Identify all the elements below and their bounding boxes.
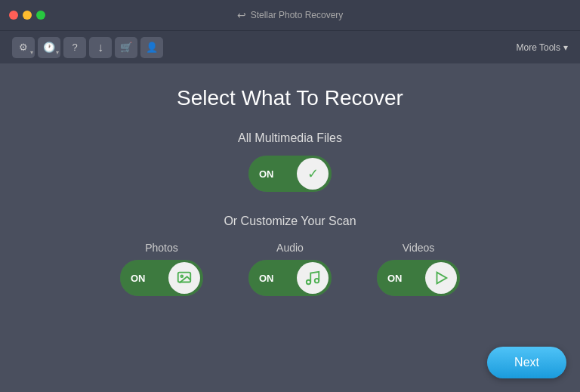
minimize-button[interactable] — [23, 11, 32, 20]
videos-label: Videos — [403, 242, 435, 254]
videos-toggle[interactable]: ON — [377, 260, 460, 296]
photos-item: Photos ON — [120, 242, 203, 296]
audio-toggle-knob — [297, 262, 329, 294]
checkmark-icon: ✓ — [307, 165, 319, 182]
videos-item: Videos ON — [377, 242, 460, 296]
photos-toggle-label: ON — [131, 273, 146, 284]
videos-toggle-knob — [425, 262, 457, 294]
page-title: Select What To Recover — [177, 86, 403, 110]
app-title: Stellar Photo Recovery — [251, 10, 344, 20]
multimedia-toggle[interactable]: ON ✓ — [248, 156, 332, 192]
more-tools-arrow-icon: ▾ — [563, 42, 568, 53]
svg-point-2 — [307, 280, 311, 285]
multimedia-section: All Multimedia Files ON ✓ — [238, 131, 342, 192]
recent-button[interactable]: 🕐 — [38, 37, 60, 58]
more-tools-label: More Tools — [517, 42, 560, 53]
main-content: Select What To Recover All Multimedia Fi… — [0, 63, 580, 311]
svg-point-1 — [180, 275, 183, 277]
titlebar: ↩ Stellar Photo Recovery — [0, 0, 580, 30]
save-button[interactable]: ↓ — [89, 37, 112, 58]
audio-label: Audio — [276, 242, 304, 254]
traffic-lights — [9, 11, 45, 20]
cart-button[interactable]: 🛒 — [115, 37, 137, 58]
maximize-button[interactable] — [36, 11, 45, 20]
back-icon: ↩ — [237, 9, 246, 21]
toolbar-icons: ⚙ 🕐 ? ↓ 🛒 👤 — [12, 37, 163, 58]
settings-button[interactable]: ⚙ — [12, 37, 35, 58]
multimedia-label: All Multimedia Files — [238, 131, 342, 145]
or-customize-label: Or Customize Your Scan — [224, 215, 356, 228]
photos-toggle[interactable]: ON — [120, 260, 203, 296]
photos-label: Photos — [145, 242, 178, 254]
svg-point-3 — [315, 279, 319, 283]
videos-toggle-label: ON — [387, 273, 403, 284]
clock-icon: 🕐 — [43, 42, 55, 53]
close-button[interactable] — [9, 11, 18, 20]
help-button[interactable]: ? — [63, 37, 86, 58]
cart-icon: 🛒 — [120, 42, 132, 53]
music-icon — [304, 270, 321, 286]
toggle-knob: ✓ — [297, 158, 329, 190]
next-button[interactable]: Next — [487, 347, 566, 378]
customize-row: Photos ON Audio ON — [120, 242, 460, 296]
photo-icon — [176, 270, 193, 286]
play-icon — [433, 270, 449, 286]
audio-toggle[interactable]: ON — [248, 260, 332, 296]
settings-icon: ⚙ — [19, 42, 28, 53]
svg-marker-4 — [437, 273, 447, 284]
titlebar-center: ↩ Stellar Photo Recovery — [237, 9, 344, 21]
save-icon: ↓ — [97, 41, 103, 54]
audio-toggle-label: ON — [259, 273, 274, 284]
account-button[interactable]: 👤 — [140, 37, 163, 58]
audio-item: Audio ON — [248, 242, 332, 296]
photos-toggle-knob — [168, 262, 200, 294]
toggle-on-label: ON — [259, 168, 274, 180]
help-icon: ? — [72, 42, 77, 53]
toolbar: ⚙ 🕐 ? ↓ 🛒 👤 More Tools ▾ — [0, 30, 580, 63]
account-icon: 👤 — [146, 42, 158, 53]
more-tools-button[interactable]: More Tools ▾ — [517, 42, 568, 53]
